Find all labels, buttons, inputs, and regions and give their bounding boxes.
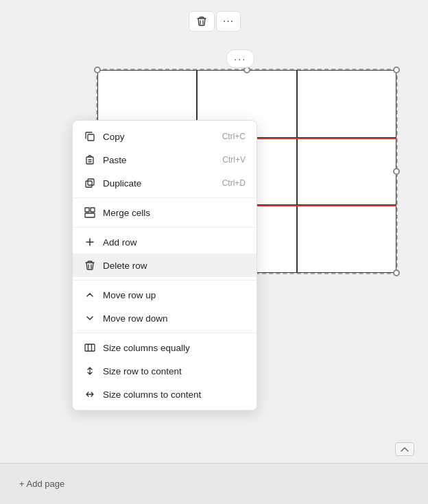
menu-item-label-size-row: Size row to content [103,366,182,376]
menu-divider [73,280,257,280]
menu-item-label-paste: Paste [103,155,127,165]
svg-rect-11 [91,208,95,212]
mid-dots-button[interactable]: ··· [226,49,254,68]
menu-item-label-add-row: Add row [103,237,137,248]
svg-rect-12 [85,213,95,217]
move-down-icon [84,312,96,324]
collapse-handle[interactable] [395,442,414,456]
svg-rect-15 [85,344,95,351]
handle-mr[interactable] [393,168,400,175]
menu-divider [73,333,257,333]
size-cols2-icon [84,388,96,400]
menu-item-add-row[interactable]: Add row [73,230,257,254]
table-cell[interactable] [297,205,396,273]
menu-item-move-down[interactable]: Move row down [73,307,257,330]
delete-button[interactable] [189,11,215,32]
bottom-bar: + Add page [0,463,428,504]
handle-tr[interactable] [393,67,400,73]
menu-item-size-cols2[interactable]: Size columns to content [73,383,257,406]
menu-item-label-size-cols: Size columns equally [103,343,190,353]
add-page-button[interactable]: + Add page [14,476,70,492]
handle-br[interactable] [393,269,400,276]
menu-item-label-copy: Copy [103,132,125,142]
menu-item-label-move-up: Move row up [103,290,156,300]
paste-icon [84,154,96,166]
menu-item-label-size-cols2: Size columns to content [103,389,201,400]
menu-item-size-cols[interactable]: Size columns equally [73,336,257,359]
menu-divider [73,227,257,228]
menu-item-label-move-down: Move row down [103,313,168,324]
toolbar: ··· [0,11,428,32]
move-up-icon [84,289,96,301]
table-cell[interactable] [297,138,396,206]
menu-shortcut-paste: Ctrl+V [222,155,246,165]
menu-shortcut-duplicate: Ctrl+D [222,178,246,188]
menu-divider [73,197,257,198]
handle-tl[interactable] [94,67,101,73]
delete-row-icon [84,259,96,272]
context-menu: CopyCtrl+CPasteCtrl+VDuplicateCtrl+DMerg… [72,120,257,411]
menu-item-delete-row[interactable]: Delete row [73,254,257,277]
menu-item-copy[interactable]: CopyCtrl+C [73,125,257,148]
menu-item-move-up[interactable]: Move row up [73,283,257,307]
table-cell[interactable] [297,70,396,138]
menu-item-size-row[interactable]: Size row to content [73,359,257,383]
menu-item-label-delete-row: Delete row [103,261,147,271]
menu-item-merge[interactable]: Merge cells [73,201,257,224]
menu-item-paste[interactable]: PasteCtrl+V [73,148,257,171]
chevron-up-icon [401,446,409,452]
menu-item-label-merge: Merge cells [103,208,150,218]
toolbar-more-button[interactable]: ··· [216,11,241,32]
trash-icon [196,16,207,27]
menu-shortcut-copy: Ctrl+C [222,132,246,141]
add-page-label: + Add page [19,479,64,489]
merge-icon [84,206,96,219]
menu-item-label-duplicate: Duplicate [103,178,141,189]
add-row-icon [84,236,96,248]
svg-rect-9 [88,179,94,185]
svg-rect-5 [86,157,93,164]
copy-icon [84,130,96,143]
svg-rect-4 [88,134,94,141]
svg-rect-8 [86,181,92,187]
size-row-icon [84,365,96,377]
duplicate-icon [84,177,96,189]
menu-item-duplicate[interactable]: DuplicateCtrl+D [73,171,257,195]
size-cols-icon [84,341,96,354]
svg-rect-10 [85,208,89,212]
